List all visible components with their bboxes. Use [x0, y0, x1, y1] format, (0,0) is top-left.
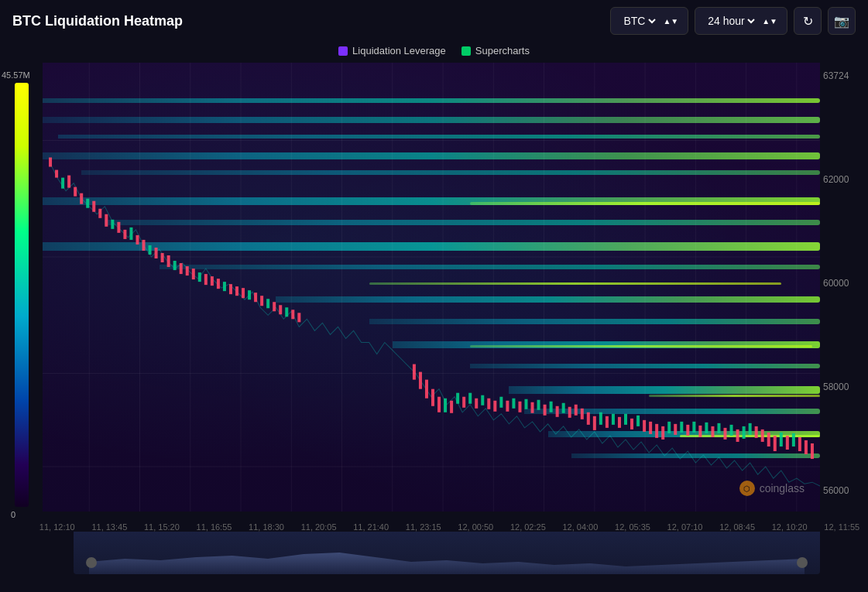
time-label-8: 12, 00:50: [450, 522, 503, 532]
hmap-highlight-5: [680, 435, 820, 437]
time-label-10: 12, 04:00: [554, 522, 607, 532]
hmap-band-7: [105, 220, 820, 225]
camera-button[interactable]: 📷: [828, 7, 856, 35]
asset-select[interactable]: BTC ETH SOL BNB: [620, 14, 658, 28]
main-chart-area: ⬡ coinglass: [43, 63, 820, 519]
scale-max-label: 45.57M: [0, 70, 30, 80]
legend-dot-supercharts: [461, 46, 471, 56]
time-label-12: 12, 07:10: [659, 522, 712, 532]
price-axis: 63724 62000 60000 58000 56000: [820, 63, 868, 519]
legend-item-liquidation: Liquidation Leverage: [338, 45, 446, 56]
hmap-band-11: [369, 319, 820, 324]
coinglass-icon: ⬡: [739, 481, 755, 496]
hmap-highlight-4: [649, 395, 820, 397]
hmap-band-5: [81, 170, 820, 175]
time-label-3: 11, 16:55: [188, 522, 241, 532]
header: BTC Liquidation Heatmap BTC ETH SOL BNB …: [0, 0, 868, 42]
time-label-1: 11, 13:45: [84, 522, 136, 532]
heatmap-canvas[interactable]: ⬡ coinglass: [43, 63, 820, 512]
mini-chart-area: [89, 543, 805, 574]
time-label-0: 11, 12:10: [31, 522, 84, 532]
page-title: BTC Liquidation Heatmap: [12, 13, 601, 29]
hmap-band-17: [571, 453, 820, 458]
price-label-58000: 58000: [823, 382, 868, 392]
price-label-63724: 63724: [823, 70, 868, 81]
hmap-band-4: [43, 152, 820, 159]
time-label-5: 11, 20:05: [293, 522, 345, 532]
scroll-handle-left[interactable]: [86, 557, 97, 568]
time-label-14: 12, 10:20: [763, 522, 816, 532]
hmap-band-14: [509, 386, 820, 394]
time-label-4: 11, 18:30: [240, 522, 293, 532]
refresh-icon: ↻: [803, 14, 813, 29]
time-label-11: 12, 05:35: [606, 522, 659, 532]
timeframe-chevron-icon: ▲▼: [762, 17, 777, 26]
price-label-56000: 56000: [823, 485, 868, 496]
time-label-6: 11, 21:40: [345, 522, 397, 532]
price-label-60000: 60000: [823, 278, 868, 289]
asset-chevron-icon: ▲▼: [663, 17, 678, 26]
legend-label-liquidation: Liquidation Leverage: [352, 45, 446, 56]
time-axis: 11, 12:10 11, 13:45 11, 15:20 11, 16:55 …: [0, 519, 868, 532]
mini-chart[interactable]: [74, 532, 820, 574]
hmap-band-2: [43, 117, 820, 123]
hmap-band-10: [276, 296, 820, 303]
watermark: ⬡ coinglass: [739, 481, 805, 496]
chart-wrapper: 45.57M 0: [0, 63, 868, 519]
hmap-band-1: [43, 98, 820, 103]
mini-chart-fill: [89, 543, 805, 574]
refresh-button[interactable]: ↻: [794, 7, 822, 35]
legend-dot-liquidation: [338, 46, 348, 56]
scroll-handle-right[interactable]: [797, 557, 808, 568]
legend-label-supercharts: Supercharts: [475, 45, 530, 56]
hmap-band-3: [58, 135, 820, 139]
controls: BTC ETH SOL BNB ▲▼ 1 hour 4 hour 12 hour…: [610, 7, 856, 35]
legend: Liquidation Leverage Supercharts: [0, 42, 868, 63]
hmap-highlight-3: [470, 345, 812, 347]
time-label-7: 11, 23:15: [397, 522, 450, 532]
hmap-highlight-2: [369, 282, 781, 285]
hmap-band-8: [43, 242, 820, 251]
mini-chart-container: [0, 532, 868, 574]
hmap-band-13: [470, 364, 820, 368]
timeframe-dropdown[interactable]: 1 hour 4 hour 12 hour 24 hour 3 day 7 da…: [695, 7, 787, 35]
color-scale-column: 45.57M 0: [0, 63, 43, 519]
hmap-band-9: [160, 265, 820, 269]
time-label-15: 12, 11:55: [815, 522, 868, 532]
time-label-9: 12, 02:25: [502, 522, 554, 532]
time-label-13: 12, 08:45: [711, 522, 763, 532]
watermark-text: coinglass: [760, 482, 805, 494]
hmap-highlight-1: [470, 202, 820, 205]
scale-zero-label: 0: [0, 510, 15, 519]
timeframe-select[interactable]: 1 hour 4 hour 12 hour 24 hour 3 day 7 da…: [705, 14, 757, 28]
camera-icon: 📷: [834, 14, 849, 29]
legend-item-supercharts: Supercharts: [461, 45, 530, 56]
heatmap-background: [43, 63, 820, 512]
price-label-62000: 62000: [823, 174, 868, 185]
hmap-band-15: [524, 409, 820, 414]
asset-dropdown[interactable]: BTC ETH SOL BNB ▲▼: [610, 7, 688, 35]
time-label-2: 11, 15:20: [136, 522, 188, 532]
color-scale-bar: [15, 83, 29, 507]
